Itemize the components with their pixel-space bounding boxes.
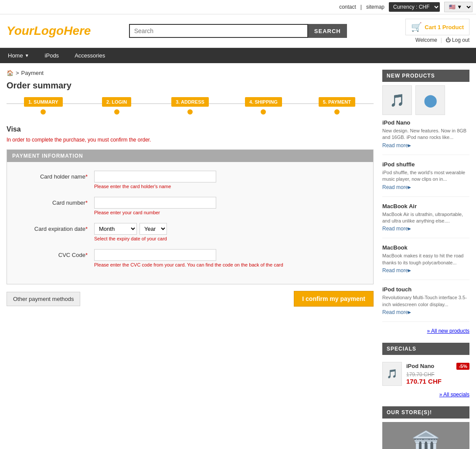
- breadcrumb: 🏠 > Payment: [7, 70, 374, 76]
- new-products-section: NEW PRODUCTS 🎵 ⬤ iPod Nano New design. N…: [382, 70, 469, 334]
- special-thumb[interactable]: 🎵: [382, 362, 402, 386]
- confirm-payment-button[interactable]: I confirm my payment: [294, 291, 374, 307]
- specials-header: SPECIALS: [382, 343, 469, 355]
- special-name: iPod Nano: [406, 363, 434, 369]
- expiry-field: Month JanuaryFebruaryMarch AprilMayJune …: [94, 223, 364, 241]
- expiry-row: Card expiration date* Month JanuaryFebru…: [16, 223, 364, 241]
- nav-item-home[interactable]: Home ▼: [0, 48, 37, 63]
- divider: |: [441, 37, 442, 43]
- special-item: 🎵 iPod Nano -5% 179.70 CHF 170.71 CHF: [382, 358, 469, 389]
- store-image[interactable]: 🏛️: [382, 422, 469, 449]
- cart-button[interactable]: 🛒 Cart 1 Product: [405, 19, 469, 35]
- year-select[interactable]: Year 202420252026 2027202820292030: [139, 223, 167, 235]
- product-desc-3: MacBook makes it easy to hit the road th…: [382, 253, 469, 266]
- cart-icon: 🛒: [411, 22, 422, 32]
- nav-home-label: Home: [8, 52, 23, 59]
- welcome-link[interactable]: Welcome: [415, 37, 437, 43]
- store-section: OUR STORE(S)! 🏛️ » Discover our store(s)…: [382, 406, 469, 449]
- page-title: Order summary: [7, 81, 374, 91]
- sidebar-product-macbook-air: MacBook Air MacBook Air is ultrathin, ul…: [382, 203, 469, 239]
- topbar-divider: |: [360, 4, 362, 10]
- payment-box-header: PAYMENT INFORMATION: [7, 150, 373, 162]
- read-more-3[interactable]: Read more: [382, 267, 469, 273]
- step-4[interactable]: 4. SHIPPING: [227, 97, 300, 115]
- top-bar: contact | sitemap Currency : CHF Currenc…: [0, 0, 476, 14]
- sitemap-link[interactable]: sitemap: [366, 4, 384, 10]
- required-star-3: *: [85, 226, 88, 232]
- card-holder-label: Card holder name*: [16, 171, 94, 180]
- product-name-2: MacBook Air: [382, 203, 469, 209]
- card-holder-input[interactable]: [94, 171, 216, 182]
- nav-home-arrow: ▼: [25, 53, 29, 58]
- card-holder-field: Please enter the card holder's name: [94, 171, 364, 189]
- power-icon: ⏻: [445, 37, 451, 43]
- read-more-4[interactable]: Read more: [382, 309, 469, 315]
- other-payment-button[interactable]: Other payment methods: [7, 292, 80, 306]
- product-name-1: iPod shuffle: [382, 161, 469, 168]
- card-number-field: Please enter your card number: [94, 197, 364, 215]
- payment-box-body: Card holder name* Please enter the card …: [7, 162, 373, 284]
- currency-select[interactable]: Currency : CHF Currency : EUR Currency :…: [389, 2, 440, 12]
- logo-black: YourLogo: [7, 24, 64, 37]
- product-desc-4: Revolutionary Multi-Touch interface 3.5-…: [382, 294, 469, 308]
- home-icon: 🏠: [7, 70, 14, 76]
- cvc-input[interactable]: [94, 249, 216, 261]
- cart-label: Cart 1 Product: [425, 24, 464, 30]
- step-5[interactable]: 5. PAYMENT: [300, 97, 374, 115]
- product-thumb-shuffle[interactable]: ⬤: [415, 85, 445, 115]
- cvc-field: Please enter the CVC code from your card…: [94, 249, 364, 267]
- month-select[interactable]: Month JanuaryFebruaryMarch AprilMayJune …: [94, 223, 137, 235]
- step-4-dot: [261, 109, 266, 115]
- language-select[interactable]: 🇺🇸 ▼: [444, 2, 473, 12]
- sidebar-product-ipod-nano: iPod Nano New design. New features. Now …: [382, 119, 469, 155]
- card-holder-error: Please enter the card holder's name: [94, 184, 364, 189]
- logout-button[interactable]: ⏻ Log out: [445, 37, 469, 43]
- special-badge: -5%: [456, 363, 469, 370]
- read-more-1[interactable]: Read more: [382, 184, 469, 190]
- product-desc-2: MacBook Air is ultrathin, ultraportable,…: [382, 211, 469, 225]
- cvc-label: CVC Code*: [16, 249, 94, 258]
- special-new-price: 170.71 CHF: [406, 378, 469, 385]
- step-1-dot: [41, 109, 46, 115]
- ipod-nano-thumb-icon: 🎵: [390, 93, 405, 108]
- search-input[interactable]: [129, 24, 308, 38]
- step-3-label: 3. ADDRESS: [171, 97, 209, 107]
- card-number-input[interactable]: [94, 197, 216, 209]
- all-specials-link[interactable]: » All specials: [382, 392, 469, 398]
- step-3[interactable]: 3. ADDRESS: [153, 97, 227, 115]
- nav-accessories-label: Accessories: [75, 52, 105, 59]
- read-more-0[interactable]: Read more: [382, 142, 469, 149]
- search-button[interactable]: SEARCH: [308, 24, 347, 38]
- contact-link[interactable]: contact: [339, 4, 356, 10]
- all-new-products-link[interactable]: » All new products: [382, 328, 469, 334]
- card-number-row: Card number* Please enter your card numb…: [16, 197, 364, 215]
- card-number-error: Please enter your card number: [94, 210, 364, 215]
- logo-yellow: Here: [64, 24, 91, 37]
- nav-ipods-label: iPods: [45, 52, 59, 59]
- sidebar-product-ipod-touch: iPod touch Revolutionary Multi-Touch int…: [382, 286, 469, 322]
- step-2-label: 2. LOGIN: [102, 97, 131, 107]
- special-thumb-icon: 🎵: [387, 368, 398, 379]
- specials-section: SPECIALS 🎵 iPod Nano -5% 179.70 CHF 170.…: [382, 343, 469, 398]
- main-nav: Home ▼ iPods Accessories: [0, 48, 476, 63]
- step-2[interactable]: 2. LOGIN: [80, 97, 153, 115]
- header: YourLogoHere SEARCH 🛒 Cart 1 Product Wel…: [0, 14, 476, 48]
- step-5-label: 5. PAYMENT: [319, 97, 355, 107]
- read-more-2[interactable]: Read more: [382, 226, 469, 232]
- cvc-error: Please enter the CVC code from your card…: [94, 262, 364, 267]
- step-2-dot: [114, 109, 119, 115]
- main-container: 🏠 > Payment Order summary 1. SUMMARY 2. …: [0, 63, 476, 449]
- sidebar: NEW PRODUCTS 🎵 ⬤ iPod Nano New design. N…: [382, 70, 469, 449]
- step-1[interactable]: 1. SUMMARY: [7, 97, 80, 115]
- nav-item-ipods[interactable]: iPods: [37, 48, 67, 63]
- checkout-steps: 1. SUMMARY 2. LOGIN 3. ADDRESS 4. SHIPPI…: [7, 97, 374, 115]
- breadcrumb-home[interactable]: 🏠: [7, 70, 14, 76]
- user-area: Welcome | ⏻ Log out: [415, 37, 469, 43]
- step-5-dot: [334, 109, 340, 115]
- logo[interactable]: YourLogoHere: [7, 24, 91, 38]
- nav-item-accessories[interactable]: Accessories: [67, 48, 113, 63]
- expiry-selects: Month JanuaryFebruaryMarch AprilMayJune …: [94, 223, 364, 235]
- expiry-error: Select the expiry date of your card: [94, 236, 364, 241]
- product-thumb-nano[interactable]: 🎵: [382, 85, 412, 115]
- product-desc-0: New design. New features. Now in 8GB and…: [382, 128, 469, 141]
